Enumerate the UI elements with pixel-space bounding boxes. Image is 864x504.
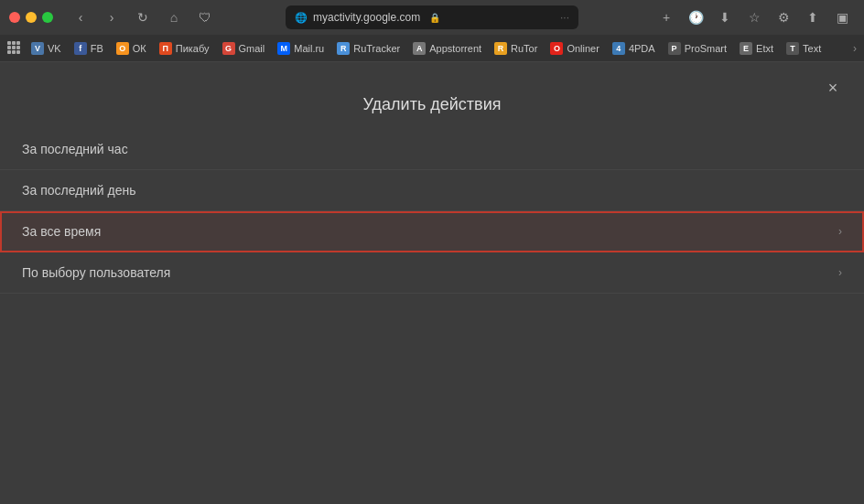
maximize-button[interactable] — [42, 12, 53, 23]
more-bookmarks-icon[interactable]: › — [853, 42, 857, 55]
bookmark-appstorrent[interactable]: A Appstorrent — [407, 40, 487, 57]
back-button[interactable]: ‹ — [68, 6, 93, 28]
bookmark-rutor[interactable]: R RuTor — [489, 40, 543, 57]
bookmark-text[interactable]: T Text — [781, 40, 826, 57]
downloads-button[interactable]: ⬇ — [712, 6, 738, 28]
tabs-button[interactable]: ▣ — [829, 6, 855, 28]
browser-actions: + 🕐 ⬇ ☆ ⚙ ⬆ ▣ — [653, 6, 855, 28]
home-button[interactable]: ⌂ — [161, 6, 187, 28]
chevron-right-icon: › — [838, 225, 842, 238]
fb-icon: f — [74, 42, 87, 55]
bookmarks-bar: V VK f FB О ОК П Пикабу G Gmail M Mail.r… — [0, 35, 864, 62]
reload-button[interactable]: ↻ — [130, 6, 156, 28]
bookmark-etxt[interactable]: E Etxt — [734, 40, 779, 57]
address-more-icon[interactable]: ··· — [560, 11, 569, 24]
dialog-close-button[interactable]: × — [820, 75, 846, 101]
url-text: myactivity.google.com — [313, 11, 420, 24]
new-tab-button[interactable]: + — [653, 6, 679, 28]
4pda-icon: 4 — [612, 42, 625, 55]
menu-item-all-time-label: За все время — [22, 224, 101, 239]
bookmark-pikabo[interactable]: П Пикабу — [154, 40, 215, 57]
bookmark-vk[interactable]: V VK — [26, 40, 67, 57]
apps-grid-icon[interactable] — [7, 41, 22, 56]
onliner-icon: O — [550, 42, 563, 55]
ok-icon: О — [116, 42, 129, 55]
appstorrent-icon: A — [413, 42, 426, 55]
menu-item-last-day[interactable]: За последний день — [0, 170, 864, 211]
menu-item-last-hour-label: За последний час — [22, 142, 128, 156]
settings-button[interactable]: ⚙ — [771, 6, 796, 28]
traffic-lights — [9, 12, 53, 23]
chevron-right-icon-2: › — [838, 266, 842, 279]
bookmark-ok[interactable]: О ОК — [111, 40, 152, 57]
vk-icon: V — [31, 42, 44, 55]
text-icon: T — [786, 42, 799, 55]
bookmark-4pda[interactable]: 4 4PDA — [607, 40, 661, 57]
menu-list: За последний час За последний день За вс… — [0, 129, 864, 294]
menu-item-last-day-label: За последний день — [22, 183, 136, 198]
menu-item-custom[interactable]: По выбору пользователя › — [0, 252, 864, 294]
forward-button[interactable]: › — [99, 6, 124, 28]
rutracker-icon: R — [337, 42, 350, 55]
menu-item-all-time[interactable]: За все время › — [0, 211, 864, 252]
page-content: × Удалить действия За последний час За п… — [0, 62, 864, 504]
address-bar[interactable]: 🌐 myactivity.google.com 🔒 ··· — [286, 5, 578, 29]
history-button[interactable]: 🕐 — [683, 6, 708, 28]
bookmark-rutracker[interactable]: R RuTracker — [331, 40, 405, 57]
share-button[interactable]: ⬆ — [800, 6, 826, 28]
shield-button[interactable]: 🛡 — [192, 6, 218, 28]
lock-icon: 🔒 — [429, 13, 440, 23]
browser-controls: ‹ › ↻ ⌂ 🛡 — [68, 6, 218, 28]
bookmark-onliner[interactable]: O Onliner — [545, 40, 604, 57]
bookmark-mailru[interactable]: M Mail.ru — [272, 40, 329, 57]
bookmarks-button[interactable]: ☆ — [741, 6, 767, 28]
bookmark-fb[interactable]: f FB — [69, 40, 109, 57]
dialog-title: Удалить действия — [363, 95, 502, 114]
browser-titlebar: ‹ › ↻ ⌂ 🛡 🌐 myactivity.google.com 🔒 ··· … — [0, 0, 864, 35]
pikabo-icon: П — [159, 42, 172, 55]
bookmark-gmail[interactable]: G Gmail — [217, 40, 271, 57]
mailru-icon: M — [277, 42, 290, 55]
rutor-icon: R — [494, 42, 507, 55]
close-button[interactable] — [9, 12, 20, 23]
minimize-button[interactable] — [26, 12, 37, 23]
etxt-icon: E — [740, 42, 752, 55]
prosmart-icon: P — [668, 42, 681, 55]
menu-item-custom-label: По выбору пользователя — [22, 265, 170, 280]
globe-icon: 🌐 — [295, 12, 308, 24]
address-bar-container: 🌐 myactivity.google.com 🔒 ··· — [225, 5, 639, 29]
menu-item-last-hour[interactable]: За последний час — [0, 129, 864, 170]
bookmark-prosmart[interactable]: P ProSmart — [663, 40, 732, 57]
gmail-icon: G — [222, 42, 235, 55]
